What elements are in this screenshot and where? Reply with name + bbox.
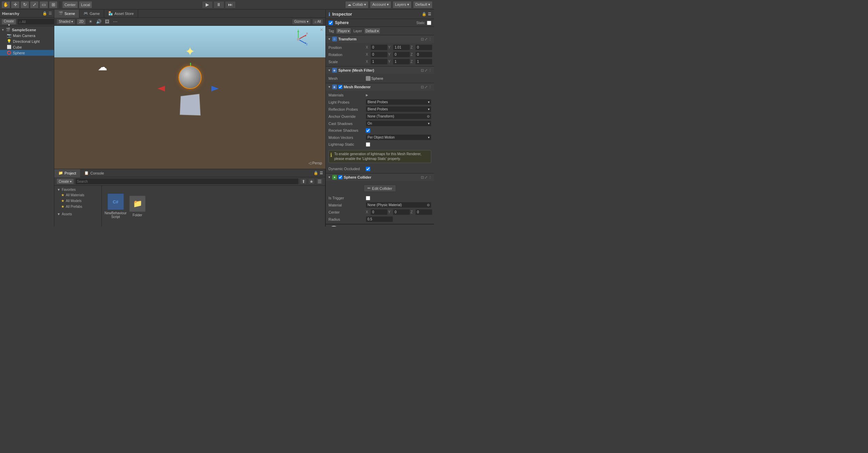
tab-scene[interactable]: 🎬 Scene xyxy=(54,10,79,18)
mesh-filter-btn2[interactable]: ⤢ xyxy=(424,68,428,73)
object-active-checkbox[interactable] xyxy=(328,21,333,25)
scene-light-btn[interactable]: ☀ xyxy=(87,19,94,25)
mesh-filter-btn1[interactable]: ⊡ xyxy=(421,68,424,73)
scene-root-item[interactable]: ▼ 🎬 SampleScene xyxy=(0,27,54,33)
pause-btn[interactable]: ⏸ xyxy=(213,1,224,8)
static-checkbox[interactable] xyxy=(427,21,431,25)
space-btn[interactable]: Local xyxy=(79,1,92,8)
light-probes-arrow: ▾ xyxy=(428,100,430,104)
inspector-menu-icon[interactable]: ☰ xyxy=(428,12,431,16)
all-materials-item[interactable]: ★ All Materials xyxy=(56,192,100,198)
hierarchy-item-sphere[interactable]: ⭕ Sphere xyxy=(0,50,54,56)
pivot-btn[interactable]: Center xyxy=(62,1,78,8)
collab-btn[interactable]: ☁ Collab ▾ xyxy=(345,1,369,8)
all-prefabs-item[interactable]: ★ All Prefabs xyxy=(56,204,100,210)
shading-dropdown[interactable]: Shaded ▾ xyxy=(56,19,75,25)
receive-shadows-checkbox[interactable] xyxy=(366,128,370,133)
transform-btn2[interactable]: ⤢ xyxy=(424,37,428,41)
tab-asset-store[interactable]: 🏪 Asset Store xyxy=(104,10,138,18)
sphere-collider-header[interactable]: ▼ ● Sphere Collider ⊡ ⤢ ⋮ xyxy=(326,174,434,181)
transform-tool-btn[interactable]: ⊞ xyxy=(49,1,58,8)
position-z-input[interactable] xyxy=(415,44,432,50)
transform-btn3[interactable]: ⋮ xyxy=(428,37,432,41)
scale-tool-btn[interactable]: ⤢ xyxy=(30,1,39,8)
assets-header[interactable]: ▼ Assets xyxy=(56,212,100,217)
scale-z-input[interactable] xyxy=(415,59,432,65)
sphere-collider-btn2[interactable]: ⤢ xyxy=(424,175,428,180)
mesh-renderer-header[interactable]: ▼ ◈ Mesh Renderer ⊡ ⤢ ⋮ xyxy=(326,83,434,91)
hand-tool-btn[interactable]: ✋ xyxy=(1,1,10,8)
sphere-collider-btn1[interactable]: ⊡ xyxy=(421,175,424,180)
mesh-renderer-checkbox[interactable] xyxy=(338,85,342,89)
scale-x-input[interactable] xyxy=(371,59,388,65)
gizmos-dropdown[interactable]: Gizmos ▾ xyxy=(292,19,311,25)
step-btn[interactable]: ⏭ xyxy=(225,1,236,8)
center-x-input[interactable] xyxy=(371,209,388,215)
position-y-input[interactable] xyxy=(393,44,410,50)
center-z-input[interactable] xyxy=(415,209,432,215)
mesh-filter-btn3[interactable]: ⋮ xyxy=(428,68,432,73)
tab-project[interactable]: 📁 Project xyxy=(54,169,80,177)
rotation-z-input[interactable] xyxy=(415,52,432,57)
light-icon: 💡 xyxy=(7,39,12,43)
rotation-y-input[interactable] xyxy=(393,52,410,57)
inspector-lock-icon[interactable]: 🔒 xyxy=(422,12,427,16)
rect-tool-btn[interactable]: ▭ xyxy=(39,1,48,8)
scene-cube-object[interactable] xyxy=(180,94,201,115)
light-probes-dropdown[interactable]: Blend Probes ▾ xyxy=(366,99,431,105)
tab-console[interactable]: 📋 Console xyxy=(80,169,108,177)
scene-audio-btn[interactable]: 🔊 xyxy=(95,19,102,25)
dynamic-occluded-checkbox[interactable] xyxy=(366,167,370,171)
scene-effects-btn[interactable]: 🖼 xyxy=(103,19,110,25)
collider-material-dropdown[interactable]: None (Physic Material) ⊙ xyxy=(366,202,431,208)
reflection-probes-dropdown[interactable]: Blend Probes ▾ xyxy=(366,106,431,112)
scene-close-btn[interactable]: ✕ xyxy=(320,27,323,32)
cast-shadows-dropdown[interactable]: On ▾ xyxy=(366,121,431,126)
account-btn[interactable]: Account ▾ xyxy=(370,1,391,8)
favorites-header[interactable]: ▼ Favorites xyxy=(56,187,100,192)
lightmap-static-checkbox[interactable] xyxy=(366,142,370,147)
move-tool-btn[interactable]: ✛ xyxy=(11,1,20,8)
tab-game[interactable]: 🎮 Game xyxy=(79,10,104,18)
scene-search[interactable]: ⌕ All xyxy=(312,19,323,25)
edit-collider-btn[interactable]: ✏ Edit Collider xyxy=(364,185,396,192)
rotate-tool-btn[interactable]: ↻ xyxy=(20,1,29,8)
project-btn3[interactable]: ☰ xyxy=(316,178,323,184)
mesh-renderer-btn2[interactable]: ⤢ xyxy=(424,85,428,89)
layers-btn[interactable]: Layers ▾ xyxy=(393,1,412,8)
project-btn1[interactable]: ⬆ xyxy=(300,178,307,184)
tag-dropdown[interactable]: Player ▾ xyxy=(336,28,351,34)
rotation-x-input[interactable] xyxy=(371,52,388,57)
scale-y-input[interactable] xyxy=(393,59,410,65)
project-create-btn[interactable]: Create ▾ xyxy=(56,178,74,184)
asset-csharp[interactable]: C# NewBehaviourScript xyxy=(105,194,127,219)
is-trigger-checkbox[interactable] xyxy=(366,196,370,200)
hierarchy-item-directional-light[interactable]: 💡 Directional Light xyxy=(0,38,54,44)
hierarchy-create-btn[interactable]: Create ▾ xyxy=(1,19,16,25)
anchor-override-dropdown[interactable]: None (Transform) ⊙ xyxy=(366,113,431,119)
all-models-item[interactable]: ★ All Models xyxy=(56,198,100,204)
project-btn2[interactable]: ★ xyxy=(308,178,315,184)
play-btn[interactable]: ▶ xyxy=(202,1,213,8)
sphere-collider-checkbox[interactable] xyxy=(338,175,342,179)
mode-2d-btn[interactable]: 2D xyxy=(77,19,86,25)
mesh-renderer-btn1[interactable]: ⊡ xyxy=(421,85,424,89)
mesh-filter-header[interactable]: ▼ ◈ Sphere (Mesh Filter) ⊡ ⤢ ⋮ xyxy=(326,67,434,74)
mesh-renderer-btn3[interactable]: ⋮ xyxy=(428,85,432,89)
radius-input[interactable] xyxy=(366,216,393,222)
hierarchy-item-main-camera[interactable]: 📷 Main Camera xyxy=(0,33,54,38)
transform-header[interactable]: ▼ ⊹ Transform ⊡ ⤢ ⋮ xyxy=(326,35,434,43)
layout-btn[interactable]: Default ▾ xyxy=(413,1,433,8)
hierarchy-item-cube[interactable]: ⬜ Cube xyxy=(0,44,54,50)
transform-btn1[interactable]: ⊡ xyxy=(421,37,424,41)
asset-folder[interactable]: 📁 Folder xyxy=(129,196,146,217)
center-y-input[interactable] xyxy=(393,209,410,215)
scene-sphere-object[interactable] xyxy=(178,66,202,89)
position-x-input[interactable] xyxy=(371,44,388,50)
sphere-collider-btn3[interactable]: ⋮ xyxy=(428,175,432,180)
materials-row[interactable]: Materials ▶ xyxy=(328,92,431,98)
motion-vectors-dropdown[interactable]: Per Object Motion ▾ xyxy=(366,134,431,140)
layer-dropdown[interactable]: Default ▾ xyxy=(364,28,381,34)
scene-more-btn[interactable]: ⋯ xyxy=(112,19,118,25)
project-search-input[interactable] xyxy=(75,178,299,184)
